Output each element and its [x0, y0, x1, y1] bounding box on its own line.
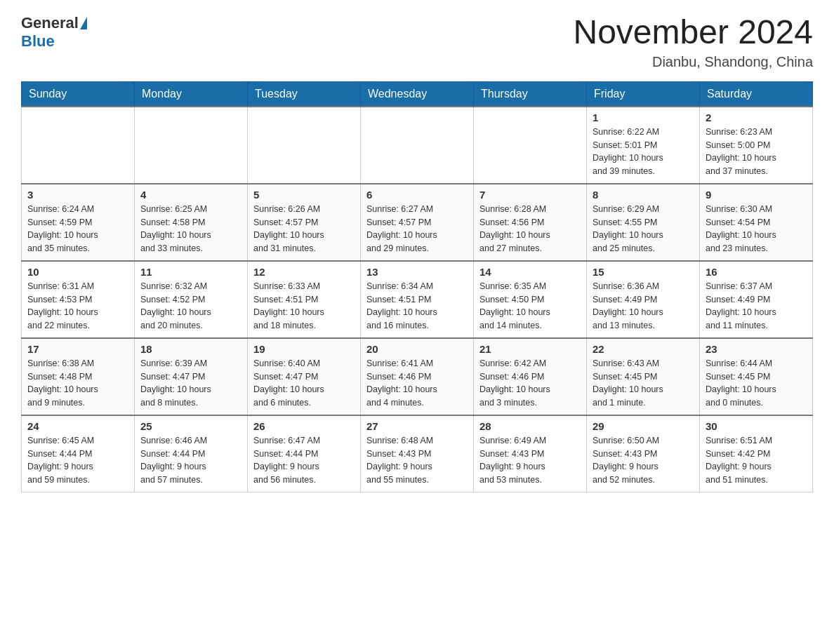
calendar-week-row: 1Sunrise: 6:22 AM Sunset: 5:01 PM Daylig…: [22, 107, 813, 184]
day-info: Sunrise: 6:38 AM Sunset: 4:48 PM Dayligh…: [27, 357, 128, 410]
day-number: 26: [253, 420, 355, 432]
day-info: Sunrise: 6:40 AM Sunset: 4:47 PM Dayligh…: [253, 357, 355, 410]
calendar-day-cell: 25Sunrise: 6:46 AM Sunset: 4:44 PM Dayli…: [135, 415, 248, 492]
day-info: Sunrise: 6:42 AM Sunset: 4:46 PM Dayligh…: [479, 357, 581, 410]
day-of-week-header: Sunday: [22, 81, 135, 107]
day-info: Sunrise: 6:44 AM Sunset: 4:45 PM Dayligh…: [706, 357, 807, 410]
day-info: Sunrise: 6:24 AM Sunset: 4:59 PM Dayligh…: [27, 203, 128, 255]
day-number: 14: [479, 266, 581, 278]
calendar-day-cell: [135, 107, 248, 184]
day-info: Sunrise: 6:45 AM Sunset: 4:44 PM Dayligh…: [27, 434, 128, 487]
day-info: Sunrise: 6:22 AM Sunset: 5:01 PM Dayligh…: [593, 126, 694, 178]
day-info: Sunrise: 6:49 AM Sunset: 4:43 PM Dayligh…: [479, 434, 581, 487]
day-info: Sunrise: 6:41 AM Sunset: 4:46 PM Dayligh…: [366, 357, 468, 410]
calendar-day-cell: 4Sunrise: 6:25 AM Sunset: 4:58 PM Daylig…: [135, 184, 248, 261]
calendar-day-cell: [248, 107, 361, 184]
day-number: 9: [706, 189, 807, 201]
day-info: Sunrise: 6:25 AM Sunset: 4:58 PM Dayligh…: [140, 203, 241, 255]
day-number: 13: [366, 266, 468, 278]
day-info: Sunrise: 6:26 AM Sunset: 4:57 PM Dayligh…: [253, 203, 355, 255]
day-info: Sunrise: 6:37 AM Sunset: 4:49 PM Dayligh…: [706, 280, 807, 333]
day-number: 22: [593, 343, 694, 355]
calendar-day-cell: 29Sunrise: 6:50 AM Sunset: 4:43 PM Dayli…: [587, 415, 700, 492]
calendar-day-cell: 18Sunrise: 6:39 AM Sunset: 4:47 PM Dayli…: [135, 338, 248, 415]
calendar-day-cell: 23Sunrise: 6:44 AM Sunset: 4:45 PM Dayli…: [700, 338, 813, 415]
calendar-day-cell: 5Sunrise: 6:26 AM Sunset: 4:57 PM Daylig…: [248, 184, 361, 261]
calendar-day-cell: 17Sunrise: 6:38 AM Sunset: 4:48 PM Dayli…: [22, 338, 135, 415]
day-of-week-header: Friday: [587, 81, 700, 107]
day-info: Sunrise: 6:36 AM Sunset: 4:49 PM Dayligh…: [593, 280, 694, 333]
day-number: 24: [27, 420, 128, 432]
day-number: 7: [479, 189, 581, 201]
calendar-day-cell: 10Sunrise: 6:31 AM Sunset: 4:53 PM Dayli…: [22, 261, 135, 338]
day-number: 4: [140, 189, 241, 201]
calendar-day-cell: 6Sunrise: 6:27 AM Sunset: 4:57 PM Daylig…: [361, 184, 474, 261]
logo-blue-text: Blue: [21, 32, 55, 51]
day-number: 15: [593, 266, 694, 278]
calendar-week-row: 3Sunrise: 6:24 AM Sunset: 4:59 PM Daylig…: [22, 184, 813, 261]
day-number: 11: [140, 266, 241, 278]
day-info: Sunrise: 6:39 AM Sunset: 4:47 PM Dayligh…: [140, 357, 241, 410]
calendar-day-cell: [361, 107, 474, 184]
day-number: 25: [140, 420, 241, 432]
calendar-day-cell: 11Sunrise: 6:32 AM Sunset: 4:52 PM Dayli…: [135, 261, 248, 338]
day-info: Sunrise: 6:27 AM Sunset: 4:57 PM Dayligh…: [366, 203, 468, 255]
day-number: 3: [27, 189, 128, 201]
calendar-day-cell: 1Sunrise: 6:22 AM Sunset: 5:01 PM Daylig…: [587, 107, 700, 184]
logo-general-text: General: [21, 14, 79, 32]
day-info: Sunrise: 6:48 AM Sunset: 4:43 PM Dayligh…: [366, 434, 468, 487]
calendar-day-cell: 7Sunrise: 6:28 AM Sunset: 4:56 PM Daylig…: [474, 184, 587, 261]
calendar-day-cell: 24Sunrise: 6:45 AM Sunset: 4:44 PM Dayli…: [22, 415, 135, 492]
calendar-day-cell: 9Sunrise: 6:30 AM Sunset: 4:54 PM Daylig…: [700, 184, 813, 261]
day-info: Sunrise: 6:29 AM Sunset: 4:55 PM Dayligh…: [593, 203, 694, 255]
day-number: 18: [140, 343, 241, 355]
day-info: Sunrise: 6:23 AM Sunset: 5:00 PM Dayligh…: [706, 126, 807, 178]
calendar-day-cell: [474, 107, 587, 184]
day-info: Sunrise: 6:50 AM Sunset: 4:43 PM Dayligh…: [593, 434, 694, 487]
day-number: 28: [479, 420, 581, 432]
day-number: 21: [479, 343, 581, 355]
calendar-day-cell: 8Sunrise: 6:29 AM Sunset: 4:55 PM Daylig…: [587, 184, 700, 261]
calendar-day-cell: 14Sunrise: 6:35 AM Sunset: 4:50 PM Dayli…: [474, 261, 587, 338]
day-info: Sunrise: 6:30 AM Sunset: 4:54 PM Dayligh…: [706, 203, 807, 255]
month-year-title: November 2024: [573, 14, 813, 51]
logo-triangle-icon: [80, 17, 87, 29]
day-number: 19: [253, 343, 355, 355]
calendar-day-cell: 13Sunrise: 6:34 AM Sunset: 4:51 PM Dayli…: [361, 261, 474, 338]
day-info: Sunrise: 6:43 AM Sunset: 4:45 PM Dayligh…: [593, 357, 694, 410]
day-number: 30: [706, 420, 807, 432]
day-number: 29: [593, 420, 694, 432]
calendar-day-cell: 22Sunrise: 6:43 AM Sunset: 4:45 PM Dayli…: [587, 338, 700, 415]
day-number: 8: [593, 189, 694, 201]
day-number: 23: [706, 343, 807, 355]
calendar-day-cell: 21Sunrise: 6:42 AM Sunset: 4:46 PM Dayli…: [474, 338, 587, 415]
calendar-week-row: 10Sunrise: 6:31 AM Sunset: 4:53 PM Dayli…: [22, 261, 813, 338]
calendar-day-cell: 20Sunrise: 6:41 AM Sunset: 4:46 PM Dayli…: [361, 338, 474, 415]
day-number: 27: [366, 420, 468, 432]
calendar-day-cell: [22, 107, 135, 184]
day-number: 6: [366, 189, 468, 201]
calendar-day-cell: 15Sunrise: 6:36 AM Sunset: 4:49 PM Dayli…: [587, 261, 700, 338]
calendar-day-cell: 27Sunrise: 6:48 AM Sunset: 4:43 PM Dayli…: [361, 415, 474, 492]
calendar-day-cell: 2Sunrise: 6:23 AM Sunset: 5:00 PM Daylig…: [700, 107, 813, 184]
day-number: 2: [706, 112, 807, 123]
day-info: Sunrise: 6:33 AM Sunset: 4:51 PM Dayligh…: [253, 280, 355, 333]
day-number: 12: [253, 266, 355, 278]
calendar-day-cell: 30Sunrise: 6:51 AM Sunset: 4:42 PM Dayli…: [700, 415, 813, 492]
day-of-week-header: Tuesday: [248, 81, 361, 107]
logo: General Blue: [21, 14, 88, 51]
calendar-day-cell: 16Sunrise: 6:37 AM Sunset: 4:49 PM Dayli…: [700, 261, 813, 338]
day-number: 5: [253, 189, 355, 201]
days-header-row: SundayMondayTuesdayWednesdayThursdayFrid…: [22, 81, 813, 107]
calendar-table: SundayMondayTuesdayWednesdayThursdayFrid…: [21, 81, 813, 493]
day-number: 16: [706, 266, 807, 278]
day-of-week-header: Monday: [135, 81, 248, 107]
day-info: Sunrise: 6:34 AM Sunset: 4:51 PM Dayligh…: [366, 280, 468, 333]
day-info: Sunrise: 6:32 AM Sunset: 4:52 PM Dayligh…: [140, 280, 241, 333]
calendar-day-cell: 19Sunrise: 6:40 AM Sunset: 4:47 PM Dayli…: [248, 338, 361, 415]
day-number: 17: [27, 343, 128, 355]
day-info: Sunrise: 6:46 AM Sunset: 4:44 PM Dayligh…: [140, 434, 241, 487]
day-info: Sunrise: 6:51 AM Sunset: 4:42 PM Dayligh…: [706, 434, 807, 487]
day-of-week-header: Saturday: [700, 81, 813, 107]
day-info: Sunrise: 6:28 AM Sunset: 4:56 PM Dayligh…: [479, 203, 581, 255]
